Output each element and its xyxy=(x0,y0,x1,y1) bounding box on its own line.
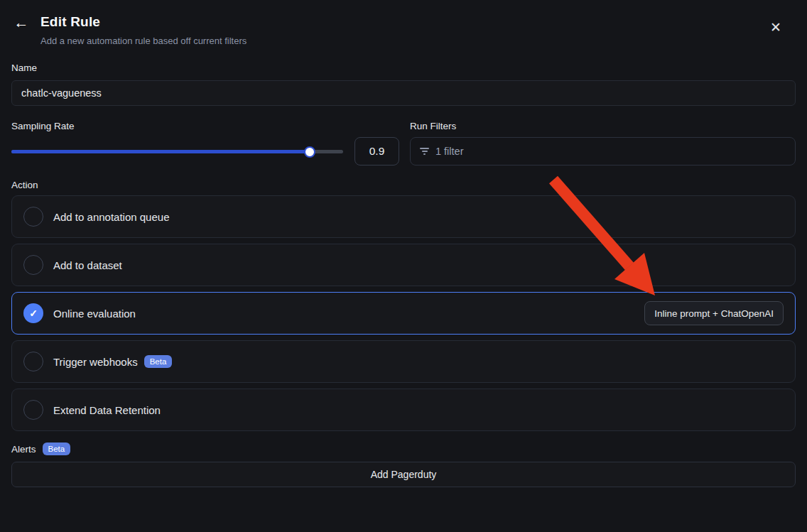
sampling-rate-value[interactable]: 0.9 xyxy=(354,137,399,165)
radio-unchecked-icon[interactable] xyxy=(23,400,43,420)
close-icon: ✕ xyxy=(770,19,781,36)
inline-prompt-button[interactable]: Inline prompt + ChatOpenAI xyxy=(644,301,784,325)
action-option-online-evaluation[interactable]: ✓ Online evaluation Inline prompt + Chat… xyxy=(11,292,796,335)
back-button[interactable]: ← xyxy=(11,13,31,33)
action-option-extend-data-retention[interactable]: Extend Data Retention xyxy=(11,389,796,431)
sampling-controls: 0.9 xyxy=(11,137,410,165)
beta-badge: Beta xyxy=(43,443,71,455)
radio-unchecked-icon[interactable] xyxy=(23,207,43,227)
edit-rule-panel: ← Edit Rule Add a new automation rule ba… xyxy=(0,0,807,499)
option-label: Add to dataset xyxy=(53,259,122,271)
header-titles: Edit Rule Add a new automation rule base… xyxy=(40,13,796,46)
option-label: Extend Data Retention xyxy=(53,404,161,416)
close-button[interactable]: ✕ xyxy=(766,17,786,37)
action-option-add-to-dataset[interactable]: Add to dataset xyxy=(11,244,796,286)
slider-fill xyxy=(11,150,310,153)
sampling-column: Sampling Rate 0.9 xyxy=(11,121,410,165)
action-label: Action xyxy=(11,180,796,190)
run-filters-label: Run Filters xyxy=(410,121,796,131)
name-label: Name xyxy=(11,63,796,73)
option-label: Online evaluation xyxy=(53,308,136,320)
action-option-annotation-queue[interactable]: Add to annotation queue xyxy=(11,195,796,238)
action-section: Action Add to annotation queue Add to da… xyxy=(11,180,796,431)
page-title: Edit Rule xyxy=(40,13,796,31)
add-pagerduty-button[interactable]: Add Pagerduty xyxy=(11,462,796,487)
back-arrow-icon: ← xyxy=(14,14,29,31)
sampling-rate-label: Sampling Rate xyxy=(11,121,410,131)
sampling-filters-row: Sampling Rate 0.9 Run Filters 1 filter xyxy=(11,121,796,165)
slider-thumb[interactable] xyxy=(304,146,315,158)
name-section: Name xyxy=(11,63,796,106)
radio-unchecked-icon[interactable] xyxy=(23,352,43,371)
page-subtitle: Add a new automation rule based off curr… xyxy=(40,36,796,46)
run-filters-column: Run Filters 1 filter xyxy=(410,121,796,165)
header: ← Edit Rule Add a new automation rule ba… xyxy=(11,13,796,46)
option-label: Add to annotation queue xyxy=(53,211,169,223)
alerts-label: Alerts xyxy=(11,444,36,455)
filter-icon xyxy=(420,148,429,155)
radio-unchecked-icon[interactable] xyxy=(23,255,43,275)
sampling-rate-slider[interactable] xyxy=(11,137,343,165)
check-icon: ✓ xyxy=(29,308,38,319)
alerts-label-row: Alerts Beta xyxy=(11,443,796,455)
option-label: Trigger webhooks xyxy=(53,356,138,368)
alerts-section: Alerts Beta Add Pagerduty xyxy=(11,443,796,487)
name-input[interactable] xyxy=(11,80,796,106)
radio-checked-icon[interactable]: ✓ xyxy=(23,303,43,323)
beta-badge: Beta xyxy=(144,355,173,368)
run-filters-input[interactable]: 1 filter xyxy=(410,137,796,165)
run-filters-value: 1 filter xyxy=(435,146,464,157)
action-option-trigger-webhooks[interactable]: Trigger webhooks Beta xyxy=(11,340,796,383)
